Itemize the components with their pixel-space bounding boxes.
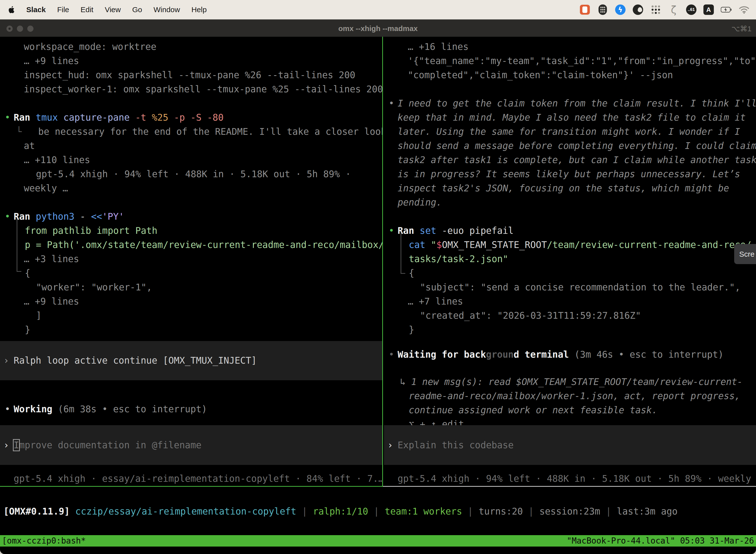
terminal-text-segment: <<: [91, 211, 102, 222]
menu-item-file[interactable]: File: [57, 5, 69, 14]
right-pane-tail: … +16 lines'{"team_name":"my-team","task…: [384, 40, 756, 82]
terminal-text-segment: •: [5, 402, 14, 416]
terminal-text-segment: p = Path('.omx/state/team/review-current…: [25, 239, 382, 250]
terminal-text-segment: |: [523, 506, 540, 517]
terminal-text-segment: be necessary for the end of the README. …: [21, 126, 382, 137]
terminal-text-segment: workspace_mode: worktree: [24, 42, 156, 52]
macos-menu-bar: SlackFileEditViewGoWindowHelp ϟ ζ ..61 A: [0, 0, 756, 19]
terminal-text-segment: Explain this codebase: [397, 440, 514, 450]
terminal-line: weekly …: [0, 181, 382, 195]
terminal-line: }: [0, 323, 382, 337]
terminal-line: •Ran python3 - <<'PY': [0, 210, 382, 224]
right-model-status-line: gpt-5.4 xhigh · 94% left · 488K in · 5.1…: [384, 472, 756, 486]
wifi-icon[interactable]: [739, 4, 750, 15]
pane-divider[interactable]: [382, 37, 383, 487]
left-model-status-line: gpt-5.4 xhigh · essay/ai-reimplementatio…: [0, 472, 382, 486]
terminal-text-segment: -euo pipefail: [442, 225, 514, 236]
terminal-line: }: [384, 323, 756, 337]
terminal-line: '{"team_name":"my-team","task_id":"1","f…: [384, 54, 756, 68]
right-prompt-input[interactable]: ›Explain this codebase: [384, 425, 756, 465]
terminal-line: … +110 lines: [0, 153, 382, 167]
terminal-text-segment: … +9 lines: [24, 296, 79, 307]
terminal-text-segment: python3: [36, 211, 80, 222]
menu-item-edit[interactable]: Edit: [81, 5, 93, 14]
tmux-host-clock: "MacBook-Pro-44.local" 05:03 31-Mar-26: [567, 535, 756, 547]
window-title-bar: omx --xhigh --madmax ⌥⌘1: [0, 19, 756, 37]
terminal-text-segment: -t: [135, 112, 152, 123]
terminal-text-segment: "subject": "send a concise recommendatio…: [420, 282, 740, 293]
menu-status-icons: ϟ ζ ..61 A: [579, 0, 750, 19]
grid-icon[interactable]: [650, 4, 661, 15]
terminal-text-segment: gpt-5.4 xhigh · 94% left · 488K in · 5.1…: [36, 169, 351, 179]
terminal-text-segment: [70, 506, 75, 517]
terminal-text-segment: [OMX#0.11.9]: [3, 506, 70, 517]
left-working-status: •Working (6m 38s • esc to interrupt): [0, 402, 382, 416]
terminal-line: … +7 lines: [384, 294, 756, 309]
terminal-line: … +3 lines: [0, 252, 382, 266]
menu-item-view[interactable]: View: [105, 5, 121, 14]
terminal-text-segment: └: [16, 126, 21, 137]
left-prompt-input[interactable]: ›Improve documentation in @filename: [0, 425, 382, 465]
terminal-text-segment: $: [436, 239, 442, 250]
terminal-text-segment: … +9 lines: [24, 56, 79, 66]
terminal-text-segment: 1 new msg(s): read $OMX_TEAM_STATE_ROOT/…: [411, 377, 743, 387]
left-pane-python-block: •Ran python3 - <<'PY'from pathlib import…: [0, 210, 382, 337]
countdown-badge-icon[interactable]: ..61: [686, 4, 696, 15]
terminal-text-segment: capture-pane: [63, 112, 135, 123]
terminal-text-segment: mprove documentation in @filename: [19, 440, 201, 450]
window-shortcut-badge: ⌥⌘1: [732, 20, 752, 37]
ralph-loop-banner: ›Ralph loop active continue [OMX_TMUX_IN…: [0, 341, 382, 380]
terminal-text-segment: gpt-5.4 xhigh · 94% left · 488K in · 5.1…: [397, 473, 756, 484]
terminal-text-segment: ›: [387, 438, 397, 452]
terminal-text-segment: should send a message before completing …: [397, 141, 756, 151]
messenger-icon[interactable]: ϟ: [615, 4, 626, 15]
squiggle-icon[interactable]: ζ: [668, 4, 679, 15]
terminal-line: gpt-5.4 xhigh · 94% left · 488K in · 5.1…: [384, 472, 756, 486]
terminal-text-segment: |: [296, 506, 313, 517]
terminal-line: ›Improve documentation in @filename: [0, 438, 382, 452]
terminal-text-segment: I: [14, 440, 19, 450]
terminal-text-segment: cczip/essay/ai-reimplementation-copyleft: [75, 506, 296, 517]
input-source-icon[interactable]: A: [703, 4, 714, 15]
terminal-line: ↳ 1 new msg(s): read $OMX_TEAM_STATE_ROO…: [384, 375, 756, 389]
terminal-text-segment: OMX_TEAM_STATE_ROOT: [442, 239, 547, 250]
terminal-line: {: [384, 266, 756, 280]
terminal-line: readme-and-reco/mailbox/worker-1.json, a…: [384, 389, 756, 403]
terminal-text-segment: d terminal: [514, 349, 569, 360]
menu-item-window[interactable]: Window: [153, 5, 180, 14]
terminal-line: pending.: [384, 195, 756, 210]
terminal-line: … +16 lines: [384, 40, 756, 54]
apple-menu-icon[interactable]: [8, 6, 15, 14]
terminal-line: task2 after task1 is complete, but can I…: [384, 153, 756, 167]
terminal-line: •Working (6m 38s • esc to interrupt): [0, 402, 382, 416]
menu-item-go[interactable]: Go: [132, 5, 142, 14]
terminal-text-segment: … +16 lines: [408, 42, 468, 52]
left-pane-intro: workspace_mode: worktree… +9 linesinspec…: [0, 40, 382, 96]
terminal-line: "subject": "send a concise recommendatio…: [384, 280, 756, 294]
terminal-line: inspect_worker-1: omx sparkshell --tmux-…: [0, 82, 382, 96]
battery-charging-icon[interactable]: [721, 4, 732, 15]
terminal-text-segment: ›: [3, 353, 14, 368]
terminal-text-segment: team:1 workers: [385, 506, 462, 517]
terminal-text-segment: |: [462, 506, 479, 517]
terminal-line: cat "$OMX_TEAM_STATE_ROOT/team/review-cu…: [384, 238, 756, 252]
terminal-text-segment: inspect_worker-1: omx sparkshell --tmux-…: [24, 84, 382, 95]
terminal-text-segment: continue assigned work or next feasible …: [409, 405, 657, 416]
terminal-text-segment: •: [5, 210, 14, 224]
terminal-text-segment: later. Using the same for transition mig…: [397, 126, 740, 137]
terminal-text-segment: Waiting for back: [397, 349, 486, 360]
screen-mirror-icon[interactable]: [579, 4, 590, 15]
output-connector-line: [400, 232, 405, 274]
terminal-line: └ be necessary for the end of the README…: [0, 125, 382, 139]
terminal-line: tasks/task-2.json": [384, 252, 756, 266]
terminal-text-segment: }: [25, 324, 30, 335]
menu-item-help[interactable]: Help: [191, 5, 207, 14]
terminal-line: continue assigned work or next feasible …: [384, 403, 756, 417]
terminal-text-segment: Ralph loop active continue [OMX_TMUX_INJ…: [14, 355, 257, 366]
terminal-window[interactable]: workspace_mode: worktree… +9 linesinspec…: [0, 37, 756, 554]
menu-item-slack[interactable]: Slack: [26, 5, 46, 14]
moon-icon[interactable]: [632, 4, 643, 15]
terminal-text-segment: at: [24, 141, 35, 151]
privacy-keyboard-icon[interactable]: [597, 4, 608, 15]
terminal-text-segment: weekly …: [24, 183, 68, 193]
